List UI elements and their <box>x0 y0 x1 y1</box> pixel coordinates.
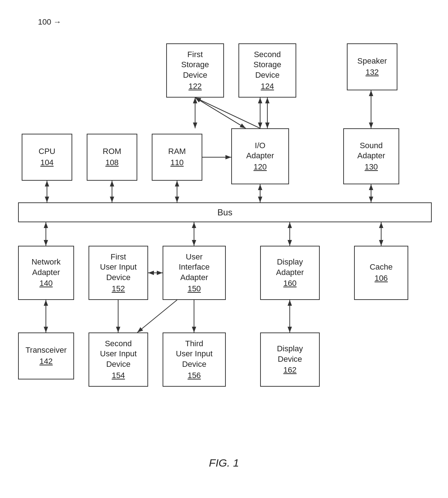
second-storage-box: SecondStorageDevice 124 <box>238 43 296 98</box>
display-adapter-box: DisplayAdapter 160 <box>260 246 320 300</box>
transceiver-label: Transceiver <box>25 345 66 356</box>
transceiver-box: Transceiver 142 <box>18 332 74 379</box>
cpu-label: CPU <box>39 146 55 157</box>
speaker-box: Speaker 132 <box>347 43 397 90</box>
io-adapter-number: 120 <box>254 162 267 172</box>
display-device-label: DisplayDevice <box>277 344 303 364</box>
display-adapter-number: 160 <box>283 278 297 289</box>
cpu-number: 104 <box>40 158 54 168</box>
speaker-label: Speaker <box>357 56 387 66</box>
first-storage-label: FirstStorageDevice <box>181 50 209 81</box>
figure-label: FIG. 1 <box>209 457 239 469</box>
speaker-number: 132 <box>366 67 379 78</box>
ui-adapter-box: UserInterfaceAdapter 150 <box>163 246 226 300</box>
second-storage-number: 124 <box>261 81 274 92</box>
rom-label: ROM <box>103 146 121 157</box>
display-device-number: 162 <box>283 365 297 375</box>
second-user-input-number: 154 <box>112 370 125 381</box>
bus-box: Bus <box>18 202 432 222</box>
svg-line-19 <box>137 300 177 332</box>
svg-line-5 <box>195 98 260 128</box>
transceiver-number: 142 <box>39 356 53 367</box>
cache-label: Cache <box>370 262 393 272</box>
second-storage-label: SecondStorageDevice <box>253 50 281 81</box>
display-adapter-label: DisplayAdapter <box>276 257 304 278</box>
diagram-ref: 100 → <box>38 17 61 27</box>
third-user-input-box: ThirdUser InputDevice 156 <box>163 332 226 387</box>
network-adapter-number: 140 <box>39 278 53 289</box>
sound-adapter-box: SoundAdapter 130 <box>343 128 399 184</box>
bus-label: Bus <box>217 207 232 218</box>
first-storage-box: FirstStorageDevice 122 <box>166 43 224 98</box>
diagram: 100 → 102 FirstStorageDevice 122 SecondS… <box>0 0 448 498</box>
third-user-input-number: 156 <box>188 370 201 381</box>
second-user-input-box: SecondUser InputDevice 154 <box>89 332 148 387</box>
ram-box: RAM 110 <box>152 134 202 181</box>
ui-adapter-label: UserInterfaceAdapter <box>179 252 210 283</box>
cache-box: Cache 106 <box>354 246 408 300</box>
network-adapter-box: NetworkAdapter 140 <box>18 246 74 300</box>
ram-number: 110 <box>171 158 184 168</box>
third-user-input-label: ThirdUser InputDevice <box>176 339 213 370</box>
io-adapter-label: I/OAdapter <box>246 141 274 161</box>
cpu-box: CPU 104 <box>22 134 72 181</box>
svg-line-12 <box>195 98 246 128</box>
first-user-input-box: FirstUser InputDevice 152 <box>89 246 148 300</box>
ui-adapter-number: 150 <box>188 284 201 294</box>
first-user-input-number: 152 <box>112 284 125 294</box>
display-device-box: DisplayDevice 162 <box>260 332 320 387</box>
sound-adapter-number: 130 <box>365 162 378 172</box>
io-adapter-box: I/OAdapter 120 <box>231 128 289 184</box>
cache-number: 106 <box>375 273 388 284</box>
second-user-input-label: SecondUser InputDevice <box>100 339 137 370</box>
first-storage-number: 122 <box>189 81 202 92</box>
svg-line-11 <box>195 98 246 128</box>
rom-box: ROM 108 <box>87 134 137 181</box>
sound-adapter-label: SoundAdapter <box>357 141 385 161</box>
rom-number: 108 <box>105 158 119 168</box>
first-user-input-label: FirstUser InputDevice <box>100 252 137 283</box>
ram-label: RAM <box>168 146 186 157</box>
network-adapter-label: NetworkAdapter <box>31 257 61 278</box>
